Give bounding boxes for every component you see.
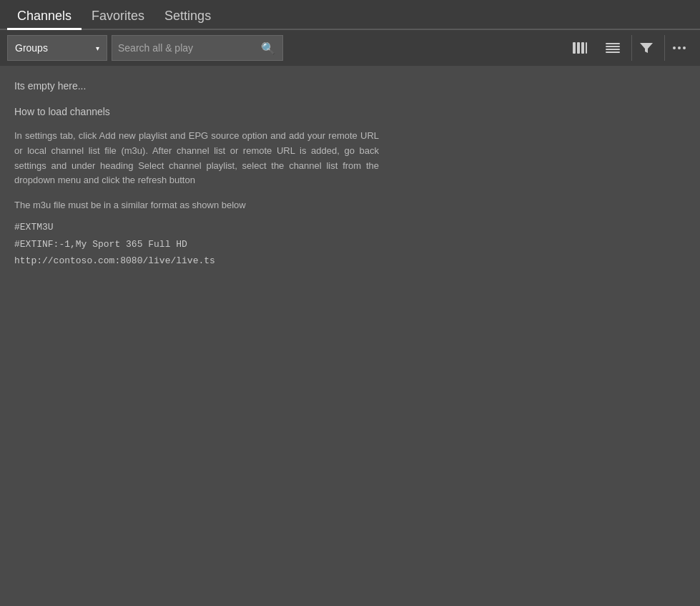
code-block: #EXTM3U #EXTINF:-1,My Sport 365 Full HD … bbox=[14, 219, 686, 269]
search-icon[interactable]: 🔍 bbox=[260, 40, 277, 57]
svg-rect-6 bbox=[606, 49, 620, 50]
filter-icon bbox=[639, 41, 654, 55]
svg-rect-5 bbox=[606, 46, 620, 47]
svg-point-10 bbox=[683, 47, 686, 49]
svg-point-8 bbox=[673, 47, 676, 49]
search-box: 🔍 bbox=[112, 35, 283, 61]
tab-channels[interactable]: Channels bbox=[7, 4, 82, 30]
empty-message: Its empty here... bbox=[14, 80, 686, 92]
more-options-button[interactable] bbox=[664, 35, 693, 61]
svg-rect-0 bbox=[573, 42, 576, 54]
svg-rect-4 bbox=[606, 43, 620, 44]
main-content: Its empty here... How to load channels I… bbox=[0, 66, 700, 606]
columns-view-button[interactable] bbox=[566, 35, 594, 61]
tab-favorites[interactable]: Favorites bbox=[82, 4, 154, 30]
filter-button[interactable] bbox=[631, 35, 660, 61]
tab-settings[interactable]: Settings bbox=[154, 4, 221, 30]
code-line-2: #EXTINF:-1,My Sport 365 Full HD bbox=[14, 236, 686, 253]
list-icon bbox=[605, 41, 621, 55]
nav-tabs: Channels Favorites Settings bbox=[0, 0, 700, 30]
svg-rect-7 bbox=[606, 52, 620, 53]
svg-rect-1 bbox=[577, 42, 580, 54]
how-to-title: How to load channels bbox=[14, 106, 686, 117]
toolbar: Groups ▾ 🔍 bbox=[0, 30, 700, 66]
more-icon bbox=[672, 41, 686, 55]
search-input[interactable] bbox=[118, 42, 260, 54]
svg-rect-2 bbox=[581, 42, 584, 54]
description-text: In settings tab, click Add new playlist … bbox=[14, 129, 379, 188]
chevron-down-icon: ▾ bbox=[96, 44, 99, 52]
groups-dropdown-label: Groups bbox=[15, 42, 48, 54]
columns-icon bbox=[572, 41, 588, 55]
m3u-note: The m3u file must be in a similar format… bbox=[14, 200, 686, 210]
code-line-1: #EXTM3U bbox=[14, 219, 686, 235]
svg-rect-3 bbox=[586, 42, 587, 54]
list-view-button[interactable] bbox=[598, 35, 627, 61]
svg-point-9 bbox=[678, 47, 681, 49]
groups-dropdown[interactable]: Groups ▾ bbox=[7, 35, 107, 61]
code-line-3: http://contoso.com:8080/live/live.ts bbox=[14, 253, 686, 269]
